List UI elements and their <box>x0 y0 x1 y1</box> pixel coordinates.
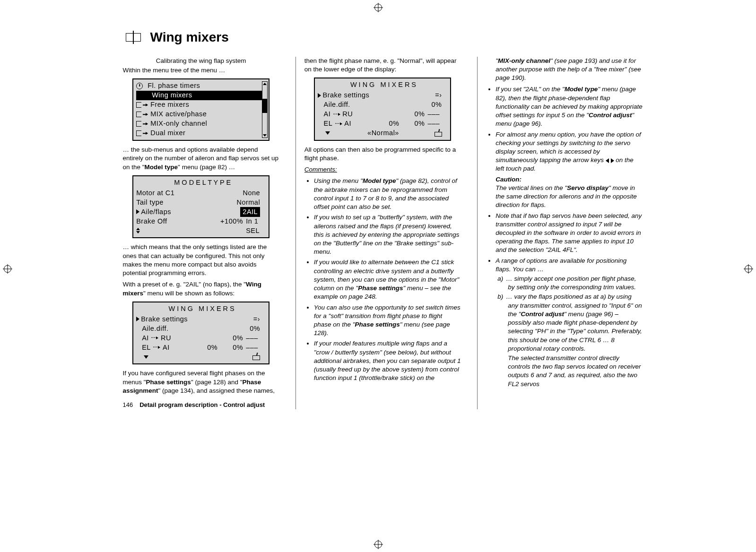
notes-list: If you set "2AIL" on the "Model type" me… <box>486 85 643 388</box>
lcd-wing-mixers-2: WING MIXERS Brake settings =› Aile.diff.… <box>314 78 451 141</box>
lcd-model-type: M O D E L T Y P E Motor at C1None Tail t… <box>132 175 269 239</box>
column-1: Calibrating the wing flap system Within … <box>123 57 279 409</box>
mixer-icon <box>136 112 148 117</box>
scroll-down-icon <box>325 131 330 135</box>
sub-option-b: b)… vary the flaps positioned as at a) b… <box>495 293 643 388</box>
body-text: … the sub-menus and options available de… <box>123 146 279 172</box>
col1-intro: Within the menu tree of the menu … <box>123 66 279 75</box>
body-text: … which means that the only settings lis… <box>123 243 279 277</box>
list-item: If you would like to alternate between t… <box>314 258 461 301</box>
comments-header: Comments: <box>304 165 461 174</box>
menu-item: Fl. phase timers <box>148 81 200 91</box>
up-down-icon <box>136 228 140 233</box>
body-text: then the flight phase name, e. g. "Norma… <box>304 57 461 74</box>
cursor-icon <box>318 93 321 98</box>
page-title-text: Wing mixers <box>150 28 229 46</box>
cursor-icon <box>136 317 139 321</box>
lcd-title: WING MIXERS <box>136 304 269 314</box>
menu-item: Dual mixer <box>150 129 185 138</box>
mixer-title-icon <box>126 33 141 42</box>
phase-name: «Normal» <box>367 129 399 138</box>
menu-item: Free mixers <box>150 100 189 110</box>
sub-option-b-extra: The selected transmitter control directl… <box>508 354 643 388</box>
manual-page: Wing mixers Calibrating the wing flap sy… <box>80 0 676 423</box>
list-item: For almost any menu option, you have the… <box>495 130 643 210</box>
switch-icon <box>252 354 260 360</box>
caution-header: Caution: <box>495 175 643 184</box>
footer-text: Detail program description - Control adj… <box>139 401 265 408</box>
continued-bullet: "MIX-only channel" (see page 193) and us… <box>486 57 643 83</box>
lcd-menu-tree: Fl. phase timers Wing mixers Free mixers… <box>132 78 269 141</box>
list-item: Note that if two flap servos have been s… <box>495 212 643 255</box>
page-footer: 146 Detail program description - Control… <box>123 401 279 409</box>
lcd-title: WING MIXERS <box>318 80 450 90</box>
list-item: You can also use the opportunity to set … <box>314 303 461 338</box>
switch-icon <box>434 130 442 137</box>
column-2: then the flight phase name, e. g. "Norma… <box>295 57 461 409</box>
list-item: If you wish to set up a "butterfly" syst… <box>314 213 461 256</box>
right-arrow-key-icon <box>611 158 614 163</box>
registration-mark-left <box>4 265 11 273</box>
clock-icon <box>136 83 143 89</box>
enter-arrow: =› <box>424 91 442 100</box>
list-item: If your model features multiple wing fla… <box>314 339 461 382</box>
mixer-icon <box>138 93 149 98</box>
lcd-scrollbar <box>262 81 268 138</box>
comments-list: Using the menu "Model type" (page 82), c… <box>304 177 461 382</box>
registration-mark-right <box>745 265 752 273</box>
body-text: All options can then also be programmed … <box>304 146 461 163</box>
list-item: Using the menu "Model type" (page 82), c… <box>314 177 461 211</box>
cursor-icon <box>136 209 139 214</box>
lcd-title: M O D E L T Y P E <box>136 178 269 188</box>
menu-item-selected: Wing mixers <box>152 91 192 100</box>
menu-item: MIX-only channel <box>150 119 207 129</box>
caution-body: The vertical lines on the "Servo display… <box>495 184 643 210</box>
page-title: Wing mixers <box>123 28 643 46</box>
body-text: With a preset of e. g. "2AIL" (no flaps)… <box>123 280 279 297</box>
menu-item: MIX active/phase <box>150 110 207 119</box>
mixer-icon <box>136 130 148 136</box>
column-3: "MIX-only channel" (see page 193) and us… <box>477 57 643 409</box>
sub-option-a: a)… simply accept one position per fligh… <box>495 275 643 292</box>
scroll-down-icon <box>144 355 148 359</box>
mixer-icon <box>136 121 148 127</box>
mixer-icon <box>136 102 148 108</box>
lcd-wing-mixers-1: WING MIXERS Brake settings =› Aile.diff.… <box>132 302 269 365</box>
body-text: If you have configured several flight ph… <box>123 369 279 395</box>
enter-arrow: =› <box>242 315 260 324</box>
selected-value: 2AIL <box>240 207 260 217</box>
list-item: A range of options are available for pos… <box>495 257 643 388</box>
subtitle: Calibrating the wing flap system <box>123 57 279 65</box>
list-item: If you set "2AIL" on the "Model type" me… <box>495 85 643 128</box>
page-number: 146 <box>123 401 138 409</box>
left-arrow-key-icon <box>606 158 609 163</box>
